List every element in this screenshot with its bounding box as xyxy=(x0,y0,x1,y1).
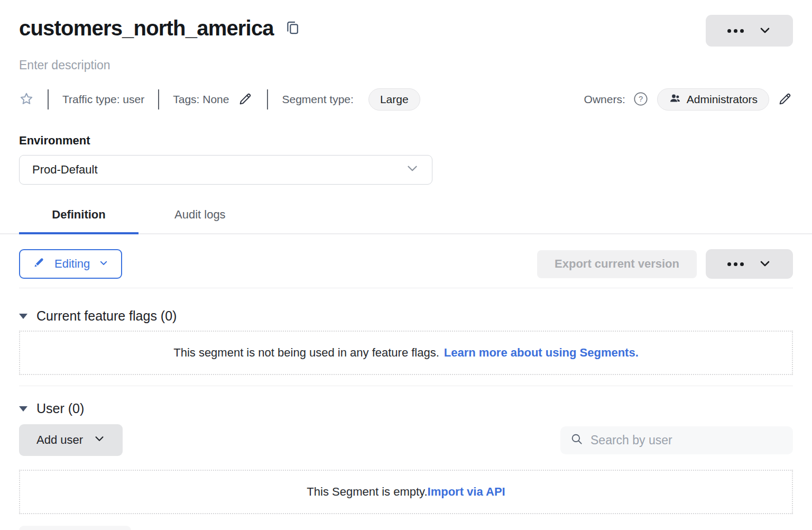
description-field[interactable]: Enter description xyxy=(19,58,110,72)
svg-text:?: ? xyxy=(639,95,643,103)
favorite-star-button[interactable] xyxy=(19,92,34,108)
owners-label: Owners: xyxy=(584,93,625,106)
add-user-label: Add user xyxy=(36,433,83,447)
add-user-button[interactable]: Add user xyxy=(19,424,123,456)
owners-value: Administrators xyxy=(687,93,758,106)
environment-select[interactable]: Prod-Default xyxy=(19,155,432,185)
feature-flags-empty-text: This segment is not being used in any fe… xyxy=(173,346,439,360)
meta-separator xyxy=(48,89,49,109)
page-title: customers_north_america xyxy=(19,15,274,41)
pencil-filled-icon xyxy=(33,256,45,272)
segment-empty-box: This Segment is empty.Import via API xyxy=(19,470,793,514)
toolbar-more-button[interactable] xyxy=(706,249,793,279)
meta-separator xyxy=(267,89,268,109)
collapse-triangle-icon xyxy=(19,406,27,412)
environment-selected-value: Prod-Default xyxy=(32,163,98,177)
feature-flags-empty-box: This segment is not being used in any fe… xyxy=(19,331,793,375)
collapse-triangle-icon xyxy=(19,314,27,319)
import-via-api-link[interactable]: Import via API xyxy=(428,485,505,499)
learn-more-link[interactable]: Learn more about using Segments. xyxy=(444,346,639,360)
chevron-down-icon xyxy=(405,161,419,178)
search-by-user-input[interactable] xyxy=(590,433,783,447)
divider xyxy=(19,386,793,386)
star-icon xyxy=(19,92,34,108)
chevron-down-icon xyxy=(759,257,771,271)
user-section-header[interactable]: User (0) xyxy=(19,401,84,416)
editing-label: Editing xyxy=(54,257,90,271)
owners-badge: Administrators xyxy=(657,88,769,111)
tags-item: Tags: None xyxy=(173,91,253,108)
meta-row: Traffic type: user Tags: None Segment ty… xyxy=(19,88,793,111)
export-current-version-button[interactable]: Export current version xyxy=(537,250,697,278)
feature-flags-section-header[interactable]: Current feature flags (0) xyxy=(19,308,177,324)
segment-detail-page: customers_north_america Enter descriptio… xyxy=(0,0,812,530)
copy-icon xyxy=(284,19,300,38)
meta-separator xyxy=(158,89,159,109)
user-search-box xyxy=(560,426,793,454)
chevron-down-icon xyxy=(759,24,771,38)
segment-type-label: Segment type: xyxy=(282,93,353,106)
pencil-icon xyxy=(237,91,253,108)
owners-help-button[interactable]: ? xyxy=(633,92,648,108)
user-controls-row: Add user xyxy=(19,424,793,456)
tab-definition[interactable]: Definition xyxy=(19,208,139,233)
edit-owners-button[interactable] xyxy=(777,91,793,108)
traffic-type-label: Traffic type: user xyxy=(62,93,144,106)
edit-tags-button[interactable] xyxy=(237,91,253,108)
title-group: customers_north_america xyxy=(19,15,300,41)
search-icon xyxy=(570,432,584,448)
tags-label: Tags: None xyxy=(173,93,229,106)
user-section-title: User (0) xyxy=(36,401,84,416)
header-more-button[interactable] xyxy=(706,15,793,47)
tab-bar: Definition Audit logs xyxy=(0,208,812,234)
feature-flags-section-title: Current feature flags (0) xyxy=(36,308,177,324)
cutoff-bottom-button[interactable] xyxy=(19,526,131,530)
more-icon xyxy=(727,29,744,33)
chevron-down-icon xyxy=(94,433,105,447)
people-icon xyxy=(669,92,681,107)
pencil-icon xyxy=(777,91,793,108)
page-header: customers_north_america xyxy=(19,0,793,47)
environment-label: Environment xyxy=(19,134,793,148)
definition-toolbar: Editing Export current version xyxy=(19,249,793,279)
more-icon xyxy=(727,262,744,266)
tab-audit-logs[interactable]: Audit logs xyxy=(169,208,231,233)
segment-empty-text: This Segment is empty. xyxy=(307,485,427,499)
copy-name-button[interactable] xyxy=(284,19,300,38)
segment-type-item: Segment type: Large xyxy=(282,88,420,111)
chevron-down-icon xyxy=(99,257,108,271)
divider xyxy=(19,288,793,288)
editing-mode-button[interactable]: Editing xyxy=(19,249,122,279)
segment-type-badge: Large xyxy=(368,88,420,111)
owners-group: Owners: ? Admi xyxy=(584,88,793,111)
question-circle-icon: ? xyxy=(633,92,648,108)
